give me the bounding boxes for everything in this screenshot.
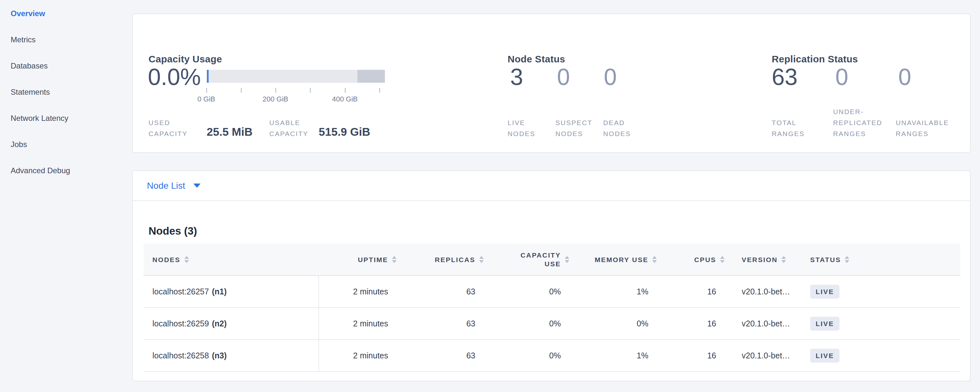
cell-replicas: 63 bbox=[401, 276, 488, 308]
cell-uptime: 2 minutes bbox=[319, 276, 401, 308]
sort-icon bbox=[720, 256, 725, 263]
cell-replicas: 63 bbox=[401, 308, 488, 339]
total-ranges-count: 63 bbox=[772, 65, 797, 89]
capacity-bar-reserved-segment bbox=[358, 70, 385, 83]
sort-icon bbox=[479, 256, 484, 263]
cell-uptime: 2 minutes bbox=[319, 340, 401, 371]
col-header-uptime[interactable]: UPTIME bbox=[319, 244, 401, 275]
sidebar-item-network-latency[interactable]: Network Latency bbox=[11, 114, 131, 140]
axis-tick-label: 200 GiB bbox=[262, 95, 288, 104]
node-id: (n2) bbox=[212, 319, 227, 328]
table-row[interactable]: localhost:26259 (n2) 2 minutes 63 0% 0% … bbox=[143, 308, 960, 340]
dead-nodes-label: DEAD NODES bbox=[603, 117, 631, 139]
unavailable-ranges-label: UNAVAILABLE RANGES bbox=[896, 117, 949, 139]
col-header-label: MEMORY USE bbox=[595, 255, 648, 264]
sort-icon bbox=[781, 256, 786, 263]
used-capacity-value: 25.5 MiB bbox=[207, 126, 253, 137]
cell-memory-use: 1% bbox=[574, 340, 661, 371]
col-header-label: NODES bbox=[153, 255, 180, 264]
usable-capacity-label: USABLE CAPACITY bbox=[269, 117, 309, 139]
cell-uptime: 2 minutes bbox=[319, 308, 401, 339]
total-ranges-label: TOTAL RANGES bbox=[772, 117, 805, 139]
axis-tick-label: 400 GiB bbox=[332, 95, 358, 104]
chevron-down-icon bbox=[193, 183, 200, 188]
col-header-replicas[interactable]: REPLICAS bbox=[401, 244, 488, 275]
node-id: (n1) bbox=[212, 287, 227, 296]
replication-status-title: Replication Status bbox=[772, 54, 858, 65]
under-replicated-ranges-label: UNDER- REPLICATED RANGES bbox=[833, 106, 882, 139]
table-row[interactable]: localhost:26258 (n3) 2 minutes 63 0% 1% … bbox=[143, 340, 960, 372]
col-header-capacity-use[interactable]: CAPACITY USE bbox=[488, 244, 574, 275]
under-replicated-ranges-count: 0 bbox=[835, 65, 848, 89]
col-header-nodes[interactable]: NODES bbox=[143, 244, 319, 275]
capacity-usage-bar bbox=[206, 70, 385, 83]
cell-capacity-use: 0% bbox=[488, 340, 574, 371]
capacity-bar-used-segment bbox=[207, 70, 208, 83]
axis-tick bbox=[379, 88, 380, 93]
node-list-dropdown-label: Node List bbox=[147, 181, 185, 191]
used-capacity-label: USED CAPACITY bbox=[148, 117, 188, 139]
node-list-dropdown[interactable]: Node List bbox=[133, 171, 970, 201]
cell-status: LIVE bbox=[800, 308, 960, 339]
node-address: localhost:26257 bbox=[153, 287, 209, 296]
axis-tick bbox=[241, 88, 242, 93]
table-row[interactable]: localhost:26257 (n1) 2 minutes 63 0% 1% … bbox=[143, 276, 960, 308]
axis-tick bbox=[206, 88, 207, 93]
sidebar: Overview Metrics Databases Statements Ne… bbox=[0, 0, 131, 192]
col-header-label: CPUS bbox=[694, 255, 716, 264]
col-header-label: CAPACITY USE bbox=[518, 251, 561, 268]
sidebar-item-advanced-debug[interactable]: Advanced Debug bbox=[11, 166, 131, 192]
cell-version: v20.1.0-bet… bbox=[729, 308, 800, 339]
cell-capacity-use: 0% bbox=[488, 276, 574, 308]
col-header-cpus[interactable]: CPUS bbox=[661, 244, 729, 275]
suspect-nodes-count: 0 bbox=[557, 65, 570, 89]
col-header-label: VERSION bbox=[742, 255, 778, 264]
axis-tick bbox=[310, 88, 311, 93]
usable-capacity-value: 515.9 GiB bbox=[319, 126, 371, 137]
cell-version: v20.1.0-bet… bbox=[729, 340, 800, 371]
col-header-status[interactable]: STATUS bbox=[800, 244, 960, 275]
sidebar-item-databases[interactable]: Databases bbox=[11, 61, 131, 88]
cell-node-address[interactable]: localhost:26257 (n1) bbox=[143, 276, 319, 308]
cell-version: v20.1.0-bet… bbox=[729, 276, 800, 308]
cell-cpus: 16 bbox=[661, 308, 729, 339]
sidebar-item-overview[interactable]: Overview bbox=[11, 9, 131, 35]
cell-cpus: 16 bbox=[661, 276, 729, 308]
sidebar-item-jobs[interactable]: Jobs bbox=[11, 140, 131, 166]
col-header-label: STATUS bbox=[810, 255, 841, 264]
status-badge: LIVE bbox=[810, 317, 840, 331]
node-status-title: Node Status bbox=[508, 54, 565, 65]
node-address: localhost:26259 bbox=[153, 319, 209, 328]
sort-icon bbox=[185, 256, 189, 263]
capacity-usage-title: Capacity Usage bbox=[148, 54, 222, 65]
sort-icon bbox=[652, 256, 657, 263]
capacity-used-percent: 0.0% bbox=[148, 65, 201, 89]
col-header-version[interactable]: VERSION bbox=[729, 244, 800, 275]
cell-memory-use: 1% bbox=[574, 276, 661, 308]
node-address: localhost:26258 bbox=[153, 351, 209, 360]
nodes-card: Node List Nodes (3) NODES UPTIME REPLICA… bbox=[132, 170, 970, 381]
cell-node-address[interactable]: localhost:26258 (n3) bbox=[143, 340, 319, 371]
axis-tick-label: 0 GiB bbox=[197, 95, 215, 104]
axis-tick bbox=[275, 88, 276, 93]
unavailable-ranges-count: 0 bbox=[898, 65, 911, 89]
cluster-summary-card: Capacity Usage 0.0% 0 GiB 200 GiB 400 Gi… bbox=[132, 14, 970, 153]
col-header-label: REPLICAS bbox=[435, 255, 475, 264]
suspect-nodes-label: SUSPECT NODES bbox=[555, 117, 592, 139]
admin-ui-overview-page: Overview Metrics Databases Statements Ne… bbox=[0, 0, 980, 392]
sort-icon bbox=[565, 256, 569, 263]
sidebar-item-metrics[interactable]: Metrics bbox=[11, 35, 131, 61]
cell-memory-use: 0% bbox=[574, 308, 661, 339]
live-nodes-label: LIVE NODES bbox=[508, 117, 535, 139]
cell-node-address[interactable]: localhost:26259 (n2) bbox=[143, 308, 319, 339]
cell-cpus: 16 bbox=[661, 340, 729, 371]
sidebar-item-statements[interactable]: Statements bbox=[11, 88, 131, 114]
sort-icon bbox=[845, 256, 849, 263]
axis-tick bbox=[345, 88, 345, 93]
live-nodes-count: 3 bbox=[510, 65, 523, 89]
node-id: (n3) bbox=[212, 351, 227, 360]
col-header-memory-use[interactable]: MEMORY USE bbox=[574, 244, 661, 275]
status-badge: LIVE bbox=[810, 349, 840, 363]
cell-status: LIVE bbox=[800, 340, 960, 371]
col-header-label: UPTIME bbox=[358, 255, 388, 264]
